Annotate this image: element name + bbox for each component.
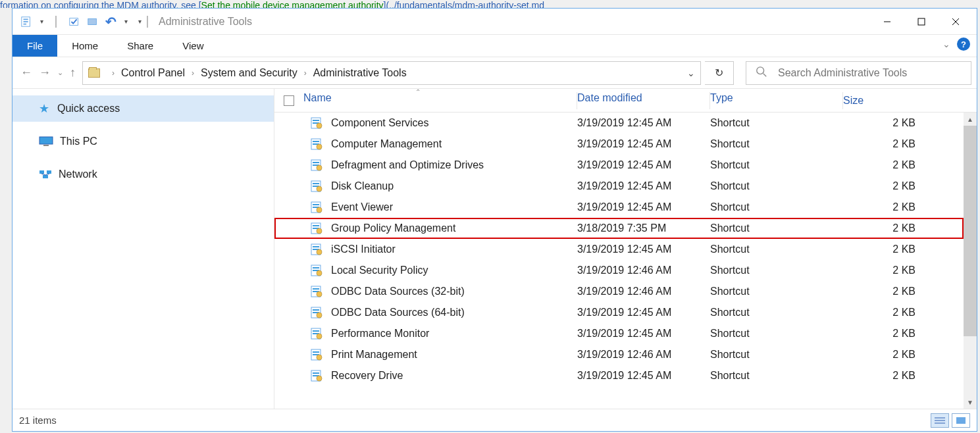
- breadcrumb[interactable]: › Control Panel › System and Security › …: [82, 61, 701, 85]
- forward-button[interactable]: →: [39, 66, 51, 80]
- sidebar-item-network[interactable]: Network: [13, 161, 274, 188]
- minimize-button[interactable]: [870, 9, 904, 34]
- folder-icon[interactable]: [87, 16, 99, 28]
- undo-icon[interactable]: ↶: [105, 15, 116, 28]
- file-name: Print Management: [331, 349, 417, 361]
- file-name: ODBC Data Sources (32-bit): [331, 286, 465, 297]
- tab-share[interactable]: Share: [113, 35, 168, 57]
- file-row[interactable]: ODBC Data Sources (64-bit)3/19/2019 12:4…: [274, 302, 964, 323]
- scroll-down-icon[interactable]: ▼: [964, 395, 977, 409]
- checkbox-icon[interactable]: [68, 16, 80, 28]
- svg-point-62: [317, 334, 322, 339]
- file-date: 3/19/2019 12:45 AM: [577, 370, 710, 382]
- svg-rect-60: [313, 330, 319, 332]
- svg-rect-2: [24, 21, 28, 22]
- refresh-button[interactable]: ↻: [705, 61, 734, 85]
- svg-line-17: [41, 174, 45, 175]
- breadcrumb-item[interactable]: System and Security: [201, 67, 297, 79]
- sidebar-item-label: Network: [59, 168, 97, 180]
- sidebar-item-label: Quick access: [57, 103, 120, 115]
- chevron-right-icon[interactable]: ›: [105, 68, 121, 78]
- qat-caret-icon[interactable]: ▾: [40, 18, 43, 25]
- up-button[interactable]: ↑: [70, 66, 76, 80]
- select-all-checkbox[interactable]: [284, 95, 294, 106]
- svg-line-18: [45, 174, 49, 175]
- svg-rect-3: [24, 23, 27, 24]
- undo-caret-icon[interactable]: ▾: [124, 18, 128, 25]
- scroll-thumb[interactable]: [964, 126, 977, 336]
- svg-rect-20: [313, 120, 319, 121]
- file-date: 3/19/2019 12:46 AM: [577, 265, 710, 276]
- search-input[interactable]: [777, 66, 962, 80]
- search-box[interactable]: [746, 61, 971, 85]
- file-row[interactable]: Defragment and Optimize Drives3/19/2019 …: [274, 155, 964, 176]
- file-date: 3/18/2019 7:35 PM: [577, 222, 710, 234]
- file-row[interactable]: Performance Monitor3/19/2019 12:45 AMSho…: [274, 323, 964, 344]
- svg-point-58: [317, 313, 322, 318]
- file-name: Computer Management: [331, 138, 442, 150]
- file-row[interactable]: Group Policy Management3/18/2019 7:35 PM…: [274, 218, 964, 239]
- file-row[interactable]: ODBC Data Sources (32-bit)3/19/2019 12:4…: [274, 281, 964, 302]
- qat-divider: [55, 16, 57, 28]
- svg-point-70: [317, 376, 322, 381]
- svg-rect-15: [47, 170, 51, 174]
- svg-rect-64: [313, 351, 319, 353]
- details-view-button[interactable]: [931, 413, 949, 428]
- back-button[interactable]: ←: [20, 66, 32, 80]
- file-type: Shortcut: [710, 138, 843, 150]
- file-name: ODBC Data Sources (64-bit): [331, 307, 465, 318]
- file-row[interactable]: Recovery Drive3/19/2019 12:45 AMShortcut…: [274, 365, 964, 386]
- file-size: 2 KB: [843, 201, 922, 213]
- sidebar-item-this-pc[interactable]: This PC: [13, 128, 274, 155]
- tab-file[interactable]: File: [13, 35, 57, 57]
- qat-customize-icon[interactable]: ▾: [138, 18, 142, 25]
- breadcrumb-item[interactable]: Control Panel: [121, 67, 185, 79]
- file-row[interactable]: iSCSI Initiator3/19/2019 12:45 AMShortcu…: [274, 239, 964, 260]
- file-date: 3/19/2019 12:45 AM: [577, 243, 710, 255]
- chevron-right-icon[interactable]: ›: [185, 68, 201, 78]
- svg-point-10: [757, 66, 764, 74]
- file-row[interactable]: Disk Cleanup3/19/2019 12:45 AMShortcut2 …: [274, 176, 964, 197]
- sidebar-item-quick-access[interactable]: ★ Quick access: [13, 95, 274, 122]
- svg-point-66: [317, 355, 322, 360]
- column-date[interactable]: Date modified: [577, 92, 710, 109]
- chevron-right-icon[interactable]: ›: [297, 68, 313, 78]
- scroll-up-icon[interactable]: ▲: [964, 113, 977, 126]
- tab-view[interactable]: View: [168, 35, 218, 57]
- file-row[interactable]: Event Viewer3/19/2019 12:45 AMShortcut2 …: [274, 197, 964, 218]
- maximize-button[interactable]: [904, 9, 939, 34]
- file-row[interactable]: Component Services3/19/2019 12:45 AMShor…: [274, 113, 964, 134]
- shortcut-icon: [310, 201, 323, 214]
- thumbnails-view-button[interactable]: [952, 413, 970, 428]
- ribbon-expand-icon[interactable]: ⌄: [942, 39, 950, 49]
- close-button[interactable]: [939, 9, 973, 34]
- file-row[interactable]: Computer Management3/19/2019 12:45 AMSho…: [274, 134, 964, 155]
- network-icon: [39, 170, 52, 179]
- help-icon[interactable]: ?: [957, 38, 970, 51]
- file-name: Group Policy Management: [331, 222, 455, 234]
- tab-home[interactable]: Home: [57, 35, 113, 57]
- svg-rect-24: [313, 141, 319, 142]
- column-name[interactable]: Name ⌃: [303, 92, 577, 109]
- file-row[interactable]: Local Security Policy3/19/2019 12:46 AMS…: [274, 260, 964, 281]
- pc-icon: [39, 136, 53, 147]
- column-name-label: Name: [303, 92, 332, 103]
- file-type: Shortcut: [710, 117, 843, 129]
- file-date: 3/19/2019 12:45 AM: [577, 328, 710, 340]
- navigation-pane: ★ Quick access This PC Network: [13, 89, 274, 409]
- properties-icon[interactable]: [20, 16, 32, 28]
- column-type[interactable]: Type: [710, 92, 843, 109]
- column-size[interactable]: Size: [843, 95, 922, 107]
- recent-locations-icon[interactable]: ⌄: [57, 68, 63, 77]
- scrollbar[interactable]: ▲ ▼: [964, 113, 977, 409]
- file-row[interactable]: Print Management3/19/2019 12:46 AMShortc…: [274, 344, 964, 365]
- svg-rect-56: [313, 309, 319, 311]
- file-size: 2 KB: [843, 286, 922, 297]
- columns-header: Name ⌃ Date modified Type Size: [274, 89, 977, 113]
- svg-rect-28: [313, 162, 319, 163]
- file-type: Shortcut: [710, 265, 843, 276]
- svg-rect-14: [39, 170, 44, 174]
- status-text: 21 items: [19, 415, 57, 426]
- breadcrumb-drop-icon[interactable]: ⌄: [687, 68, 695, 78]
- breadcrumb-item[interactable]: Administrative Tools: [313, 67, 407, 79]
